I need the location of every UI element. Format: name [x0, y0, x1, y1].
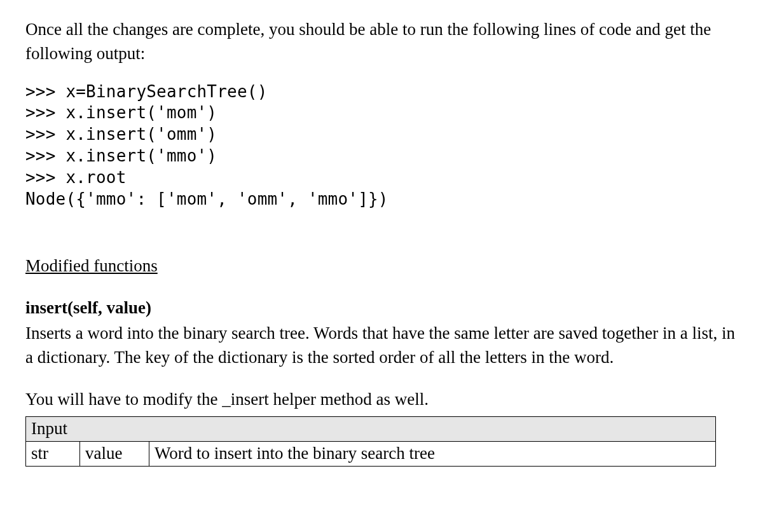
section-heading-modified-functions: Modified functions — [25, 254, 738, 278]
input-param-table: Input strvalueWord to insert into the bi… — [25, 416, 716, 467]
code-block: >>> x=BinarySearchTree() >>> x.insert('m… — [25, 81, 738, 210]
param-type: str — [26, 442, 80, 467]
param-table-body: strvalueWord to insert into the binary s… — [26, 442, 716, 467]
table-row: strvalueWord to insert into the binary s… — [26, 442, 716, 467]
param-description: Word to insert into the binary search tr… — [149, 442, 716, 467]
function-description: Inserts a word into the binary search tr… — [25, 322, 738, 370]
pre-table-note: You will have to modify the _insert help… — [25, 388, 738, 412]
param-name: value — [80, 442, 149, 467]
param-table-header: Input — [26, 417, 716, 442]
intro-text: Once all the changes are complete, you s… — [25, 18, 738, 66]
function-signature: insert(self, value) — [25, 296, 738, 320]
